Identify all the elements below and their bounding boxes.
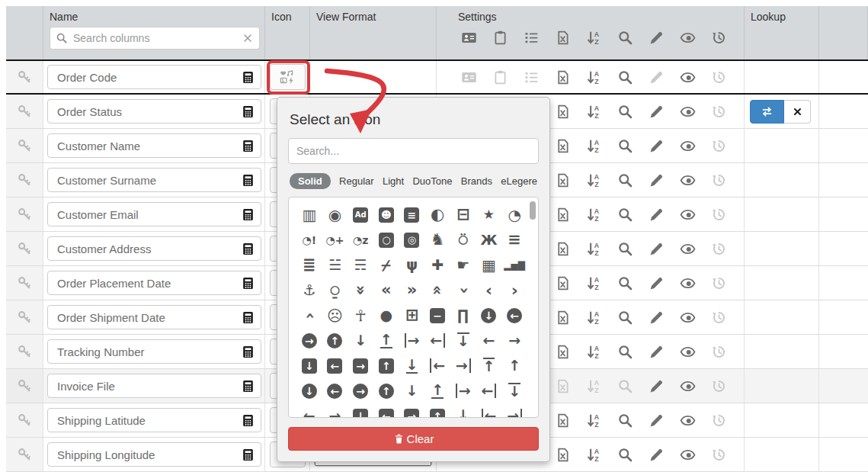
formula-button[interactable] [235,443,261,466]
history-icon[interactable] [710,69,727,85]
angle-double-left-icon[interactable]: « [373,278,399,303]
arrow-alt-to-top-icon[interactable]: ↑ [476,353,502,378]
eye-icon[interactable] [679,343,696,360]
alien-icon[interactable]: ⍥ [450,227,476,252]
tab-solid[interactable]: Solid [290,173,331,189]
alarm-snooze-icon[interactable]: ◔z [348,227,373,252]
search-icon[interactable] [617,309,633,326]
alarm-clock-icon[interactable]: ◔ [501,202,527,227]
arrow-alt-circle-left-icon[interactable]: ← [501,303,527,328]
arrow-alt-from-right-icon[interactable]: ← [424,328,450,353]
column-name-input[interactable] [48,448,235,461]
formula-button[interactable] [235,203,261,226]
ambulance-icon[interactable]: ✚ [424,252,450,278]
eye-icon[interactable] [679,412,696,429]
arrow-alt-right-icon[interactable]: → [501,328,527,353]
history-icon[interactable] [710,137,727,154]
tab-elegere[interactable]: eLegere [501,175,537,187]
arrow-to-bottom-icon[interactable]: ↓ [450,403,476,418]
alarm-plus-icon[interactable]: ◔+ [322,227,348,252]
abacus-icon[interactable]: ▥ [296,202,322,227]
pencil-icon[interactable] [648,412,665,429]
tab-duotone[interactable]: DuoTone [412,175,452,187]
air-freshener-icon[interactable]: ★ [476,202,502,227]
history-icon[interactable] [710,309,727,326]
arrow-to-left-icon[interactable]: ← [476,403,502,418]
arrow-alt-square-right-icon[interactable]: → [348,353,373,378]
address-card-icon[interactable] [460,69,477,85]
pencil-icon[interactable] [648,137,665,154]
column-name-input[interactable] [48,380,235,393]
column-name-input[interactable] [48,174,235,187]
file-excel-icon[interactable] [554,206,571,223]
tab-light[interactable]: Light [383,175,404,187]
align-slash-icon[interactable]: ⌿ [373,252,399,278]
history-icon[interactable] [710,206,727,223]
sort-alpha-down-icon[interactable]: AZ [585,240,602,257]
formula-button[interactable] [235,134,261,157]
arrow-circle-right-icon[interactable]: → [348,378,373,403]
analytics-icon[interactable]: ▂▅▇ [501,252,527,278]
search-icon[interactable] [617,172,633,188]
file-excel-icon[interactable] [554,446,571,463]
formula-button[interactable] [235,169,261,191]
pencil-icon[interactable] [648,206,665,223]
angle-left-icon[interactable]: ‹ [476,278,502,303]
eye-icon[interactable] [679,137,696,154]
lookup-remove-button[interactable] [784,100,811,124]
tab-brands[interactable]: Brands [461,175,492,187]
align-right-icon[interactable]: ☴ [348,252,373,278]
search-icon[interactable] [617,240,633,257]
formula-button[interactable] [235,306,261,329]
apple-alt-icon[interactable]: ● [373,303,399,328]
history-icon[interactable] [710,275,727,291]
american-sign-language-interpreting-icon[interactable]: ☛ [450,252,476,278]
sort-alpha-down-icon[interactable]: AZ [585,377,602,394]
eye-icon[interactable] [679,240,696,257]
arrow-square-up-icon[interactable]: ↑ [424,403,450,418]
arrow-alt-square-up-icon[interactable]: ↑ [373,353,399,378]
amp-icon[interactable]: ▦ [476,252,502,278]
file-excel-icon[interactable] [554,275,571,291]
search-icon[interactable] [617,275,633,291]
arrow-alt-to-left-icon[interactable]: ← [424,353,450,378]
align-justify-icon[interactable]: ≣ [296,252,322,278]
angle-double-down-icon[interactable]: « [348,278,373,303]
column-name-input[interactable] [48,277,235,290]
column-name-input[interactable] [48,414,235,427]
sort-alpha-down-icon[interactable]: AZ [585,446,602,463]
formula-button[interactable] [235,374,261,397]
sort-alpha-down-icon[interactable]: AZ [585,206,602,223]
eye-icon[interactable] [679,275,696,291]
angle-right-icon[interactable]: › [501,278,527,303]
history-icon[interactable] [710,446,727,463]
arrow-alt-from-left-icon[interactable]: → [399,328,425,353]
arrow-alt-up-icon[interactable]: ↑ [501,353,527,378]
arrow-square-right-icon[interactable]: → [399,403,425,418]
search-icon[interactable] [617,377,633,394]
formula-button[interactable] [235,409,261,432]
column-name-input[interactable] [48,208,235,221]
sort-alpha-down-icon[interactable]: AZ [585,343,602,360]
sort-alpha-down-icon[interactable]: AZ [585,69,602,85]
scrollbar-thumb[interactable] [530,201,536,220]
adjust-icon[interactable]: ◐ [424,202,450,227]
eye-icon[interactable] [679,172,696,188]
column-name-input[interactable] [48,140,235,153]
angel-icon[interactable]: ⍜ [322,278,348,303]
pencil-icon[interactable] [648,446,665,463]
arrow-from-top-icon[interactable]: ↓ [501,378,527,403]
anchor-icon[interactable]: ⚓ [296,278,322,303]
column-name-input[interactable] [48,345,235,358]
column-name-input[interactable] [48,71,235,84]
file-excel-icon[interactable] [554,377,571,394]
icon-picker-button[interactable] [270,64,306,90]
arrow-alt-from-top-icon[interactable]: ↓ [450,328,476,353]
arrow-circle-up-icon[interactable]: ↑ [373,378,399,403]
sort-alpha-down-icon[interactable]: AZ [585,309,602,326]
file-excel-icon[interactable] [554,240,571,257]
history-icon[interactable] [710,412,727,429]
eye-icon[interactable] [679,309,696,326]
clear-search-icon[interactable] [242,32,254,44]
alien-monster-icon[interactable]: Ж [476,227,502,252]
